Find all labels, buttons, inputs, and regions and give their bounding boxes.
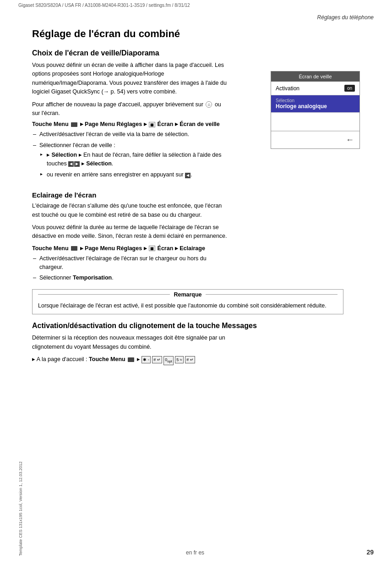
sub-list-selection: ▸ Sélection ▸ En haut de l'écran, faire … (39, 151, 229, 179)
section1-para2: Pour afficher de nouveau la page d'accue… (32, 100, 229, 118)
bullet-item-1: Activer/désactiver l'écran de veille via… (39, 130, 229, 139)
menu-icon (71, 122, 77, 127)
screen-mockup: Écran de veille Activation on Sélection … (271, 71, 360, 149)
section3-para1: Déterminer si la réception des nouveaux … (32, 334, 229, 351)
screen-footer: ← (271, 131, 359, 148)
sub-item-2: ou revenir en arrière sans enregistrer e… (47, 170, 229, 179)
right-arrow-icon: ▶ (74, 161, 80, 167)
sym-hash2: # ↵ (185, 356, 195, 363)
bullet-item-2: Sélectionner l'écran de veille : ▸ Sélec… (39, 141, 229, 180)
section-veille: Choix de l'écran de veille/Diaporama Vou… (32, 49, 374, 184)
section2-para2: Vous pouvez définir la durée au terme de… (32, 223, 229, 241)
section-title-label: Réglages du téléphone (317, 14, 374, 21)
footer-center-label: en fr es (186, 549, 204, 556)
section3-menu-line: ▸ A la page d'accueil : Touche Menu ▸ ✱ … (32, 355, 229, 365)
on-badge: on (344, 85, 355, 92)
remark-content: Lorsque l'éclairage de l'écran est activ… (33, 300, 343, 314)
activation-label: Activation (276, 85, 299, 92)
section2-para1: L'éclairage de l'écran s'allume dès qu'u… (32, 202, 229, 219)
screen-icon: ▦ (149, 122, 155, 127)
page-title: Réglage de l'écran du combiné (32, 28, 374, 40)
section1-para1: Vous pouvez définir un écran de veille à… (32, 61, 229, 97)
section2-bullet-1: Activer/désactiver l'éclairage de l'écra… (39, 254, 229, 272)
section3-heading: Activation/désactivation du clignotement… (32, 322, 374, 330)
left-arrow-icon: ◀ (68, 161, 74, 167)
section-activation: Activation/désactivation du clignotement… (32, 322, 374, 365)
screen-back-arrow-icon: ← (346, 135, 354, 145)
section-eclairage: Eclairage de l'écran L'éclairage de l'éc… (32, 191, 374, 314)
sym-0opt: 0opt (163, 356, 173, 365)
back-icon: ◀ (185, 173, 191, 178)
section-left-veille: Choix de l'écran de veille/Diaporama Vou… (32, 49, 273, 184)
section2-heading: Eclairage de l'écran (32, 191, 374, 199)
footer-page-number: 29 (366, 549, 374, 556)
meta-breadcrumb: Gigaset S820/S820A / USA FR / A31008-M24… (0, 0, 392, 11)
main-content: Réglage de l'écran du combiné Choix de l… (0, 21, 392, 377)
section2-menu-path: Touche Menu ▸ Page Menu Réglages ▸ ▦ Écr… (32, 245, 229, 252)
selection-label: Sélection (276, 98, 355, 103)
footer-left-label: Template CES 131x195 1col, Version 1, 12… (18, 461, 24, 556)
screen-header: Écran de veille (271, 71, 359, 82)
section2-bullet-2: Sélectionner Temporisation. (39, 274, 229, 282)
screen-selection-block: Sélection Horloge analogique (271, 95, 359, 113)
sym-hash: # ↵ (152, 356, 162, 363)
sub-item-1: ▸ Sélection ▸ En haut de l'écran, faire … (47, 151, 229, 169)
selection-value: Horloge analogique (276, 103, 355, 110)
screen-icon-2: ▦ (149, 246, 155, 251)
home-icon: ⌂ (206, 101, 212, 108)
screen-mockup-container: Écran de veille Activation on Sélection … (282, 49, 374, 184)
section2-bullets: Activer/désactiver l'éclairage de l'écra… (32, 254, 229, 283)
sym-5: 5 ≈ (175, 356, 183, 363)
page-footer: Template CES 131x195 1col, Version 1, 12… (0, 461, 392, 556)
section1-menu-path: Touche Menu ▸ Page Menu ▸ Page Menu Régl… (32, 121, 229, 127)
section-header: Réglages du téléphone (0, 11, 392, 21)
nav-arrows: ◀ ▶ (68, 161, 80, 167)
screen-activation-row: Activation on (271, 82, 359, 95)
remark-title: Remarque (33, 290, 343, 300)
sym-star: ✱ ◦ (142, 356, 151, 363)
menu-icon-3 (128, 357, 134, 362)
remark-box: Remarque Lorsque l'éclairage de l'écran … (32, 289, 343, 314)
section1-bullets: Activer/désactiver l'écran de veille via… (32, 130, 229, 179)
section1-heading: Choix de l'écran de veille/Diaporama (32, 49, 273, 57)
screen-empty-area (271, 113, 359, 131)
menu-icon-2 (71, 246, 77, 251)
